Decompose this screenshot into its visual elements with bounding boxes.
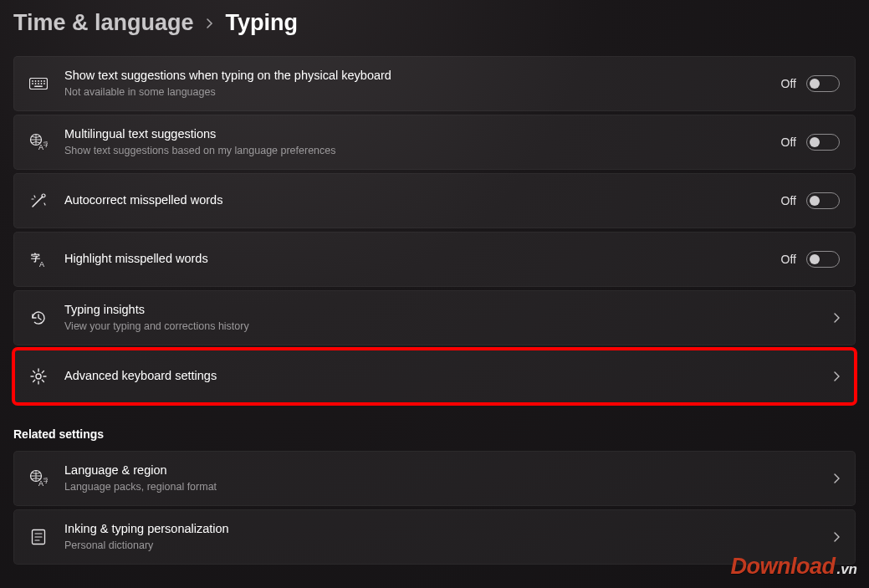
svg-rect-11 xyxy=(34,86,43,88)
keyboard-icon xyxy=(29,74,48,93)
page-title: Typing xyxy=(226,10,298,36)
breadcrumb-parent[interactable]: Time & language xyxy=(13,10,194,36)
related-inking-typing-personalization[interactable]: Inking & typing personalization Personal… xyxy=(13,509,856,565)
related-settings-list: A字 Language & region Language packs, reg… xyxy=(13,451,856,565)
breadcrumb: Time & language Typing xyxy=(13,10,856,36)
globe-language-icon: A字 xyxy=(29,469,48,488)
svg-point-2 xyxy=(35,80,37,82)
setting-title: Inking & typing personalization xyxy=(64,521,816,538)
toggle-state-label: Off xyxy=(781,253,796,266)
chevron-right-icon xyxy=(833,313,840,323)
setting-subtitle: Show text suggestions based on my langua… xyxy=(64,144,764,158)
svg-text:A: A xyxy=(39,260,44,268)
setting-title: Autocorrect misspelled words xyxy=(64,192,764,209)
svg-point-1 xyxy=(32,80,33,82)
svg-point-9 xyxy=(41,83,43,84)
svg-point-3 xyxy=(38,80,39,82)
svg-point-5 xyxy=(43,80,45,82)
globe-language-icon: A字 xyxy=(29,133,48,151)
setting-highlight-misspelled: 字A Highlight misspelled words Off xyxy=(13,232,856,287)
svg-text:字: 字 xyxy=(43,478,48,483)
setting-subtitle: Not available in some languages xyxy=(64,85,764,100)
setting-title: Advanced keyboard settings xyxy=(64,368,816,385)
toggle-state-label: Off xyxy=(781,135,796,149)
chevron-right-icon xyxy=(206,18,214,29)
gear-icon xyxy=(29,367,48,386)
setting-autocorrect: Autocorrect misspelled words Off xyxy=(13,173,856,228)
history-icon xyxy=(29,309,48,327)
setting-advanced-keyboard[interactable]: Advanced keyboard settings xyxy=(13,349,856,404)
dictionary-icon xyxy=(29,528,48,546)
svg-point-15 xyxy=(42,194,45,197)
svg-text:字: 字 xyxy=(43,141,48,147)
svg-point-7 xyxy=(35,83,37,84)
svg-point-6 xyxy=(32,83,33,84)
setting-subtitle: Personal dictionary xyxy=(64,539,816,553)
setting-physical-keyboard-suggestions: Show text suggestions when typing on the… xyxy=(13,56,856,111)
setting-subtitle: View your typing and corrections history xyxy=(64,320,816,334)
toggle-state-label: Off xyxy=(781,194,796,207)
setting-multilingual-suggestions: A字 Multilingual text suggestions Show te… xyxy=(13,115,856,170)
related-language-region[interactable]: A字 Language & region Language packs, reg… xyxy=(13,451,856,506)
chevron-right-icon xyxy=(833,473,840,483)
wand-icon xyxy=(29,192,48,210)
setting-subtitle: Language packs, regional format xyxy=(64,480,816,494)
related-settings-heading: Related settings xyxy=(13,427,856,441)
chevron-right-icon xyxy=(833,532,840,542)
setting-title: Multilingual text suggestions xyxy=(64,126,764,143)
toggle-switch[interactable] xyxy=(806,134,840,151)
chevron-right-icon xyxy=(833,371,840,381)
svg-point-4 xyxy=(41,80,43,82)
setting-typing-insights[interactable]: Typing insights View your typing and cor… xyxy=(13,290,856,345)
toggle-switch[interactable] xyxy=(806,75,840,92)
svg-point-18 xyxy=(36,374,41,379)
spellcheck-icon: 字A xyxy=(29,250,48,268)
setting-title: Show text suggestions when typing on the… xyxy=(64,68,764,84)
svg-point-8 xyxy=(38,83,39,84)
setting-title: Typing insights xyxy=(64,302,816,319)
setting-title: Highlight misspelled words xyxy=(64,251,764,268)
svg-point-10 xyxy=(43,83,45,84)
settings-list: Show text suggestions when typing on the… xyxy=(13,56,856,404)
setting-title: Language & region xyxy=(64,463,816,479)
toggle-state-label: Off xyxy=(781,77,796,90)
toggle-switch[interactable] xyxy=(806,192,840,209)
toggle-switch[interactable] xyxy=(806,251,840,268)
